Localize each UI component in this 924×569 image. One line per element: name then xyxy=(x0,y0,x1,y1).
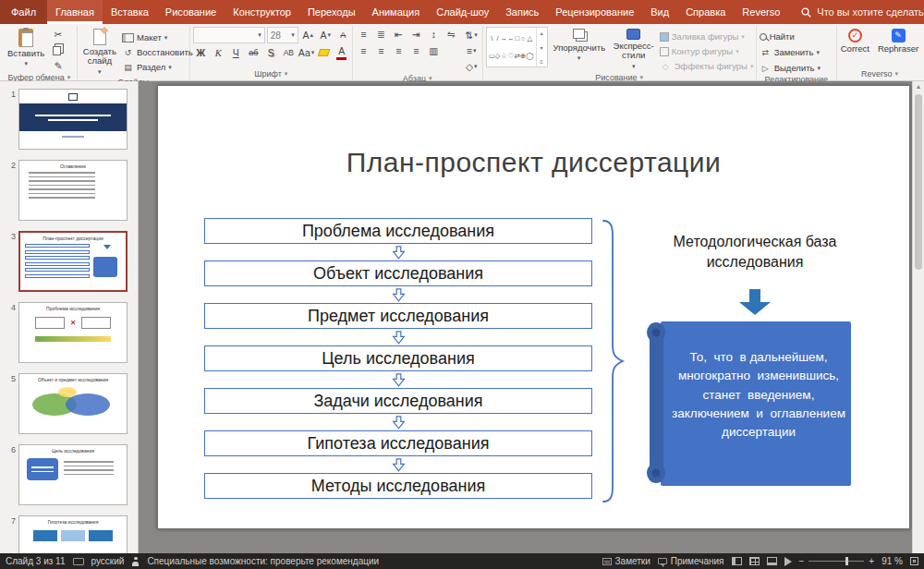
flow-box-goal[interactable]: Цель исследования xyxy=(204,345,592,371)
align-text-button[interactable]: ≡▾ xyxy=(464,43,480,58)
flow-box-object[interactable]: Объект исследования xyxy=(204,260,592,286)
tab-home[interactable]: Главная xyxy=(47,0,103,24)
numbering-button[interactable]: ≣ xyxy=(373,27,389,42)
flow-box-hypothesis[interactable]: Гипотеза исследования xyxy=(204,430,592,456)
font-size-combo[interactable]: 28▾ xyxy=(267,27,298,43)
bullets-button[interactable]: ≡ xyxy=(356,27,371,42)
highlight-color-button[interactable] xyxy=(316,45,332,60)
view-normal-button[interactable] xyxy=(732,557,742,565)
tab-design[interactable]: Конструктор xyxy=(225,0,299,24)
zoom-level[interactable]: 91 % xyxy=(881,556,903,566)
comments-button[interactable]: Примечания xyxy=(658,556,724,566)
underline-button[interactable]: Ч xyxy=(228,45,244,60)
reverso-correct-button[interactable]: ✓ Correct xyxy=(838,27,872,55)
slide-7-preview[interactable]: Гипотеза исследования xyxy=(18,515,128,553)
tab-record[interactable]: Запись xyxy=(497,0,547,24)
paste-button[interactable]: Вставить ▾ xyxy=(5,27,47,69)
increase-font-button[interactable]: А▴ xyxy=(300,28,316,42)
slide-4-preview[interactable]: Проблема исследования ✕ xyxy=(18,302,128,363)
slide-2-preview[interactable]: Оглавление xyxy=(18,160,128,221)
reverso-rephraser-button[interactable]: ✎ Rephraser xyxy=(875,27,921,55)
shape-outline-button[interactable]: Контур фигуры▾ xyxy=(660,44,754,58)
accessibility-icon[interactable] xyxy=(131,557,140,566)
slide-thumbnail-5[interactable]: 5 Объект и предмет исследования xyxy=(4,373,138,434)
section-button[interactable]: ▤Раздел▾ xyxy=(122,60,193,74)
slide-6-preview[interactable]: Цель исследования xyxy=(18,444,128,505)
flow-box-methods[interactable]: Методы исследования xyxy=(204,473,592,499)
slide-thumbnail-6[interactable]: 6 Цель исследования xyxy=(4,444,138,505)
tab-file[interactable]: Файл xyxy=(0,0,47,24)
dialog-launcher-icon[interactable]: ▾ xyxy=(67,74,71,81)
arrange-button[interactable]: Упорядочить ▾ xyxy=(551,27,608,64)
zoom-slider[interactable] xyxy=(808,561,864,562)
tab-draw[interactable]: Рисование xyxy=(157,0,225,24)
align-left-button[interactable]: ≡ xyxy=(356,43,371,58)
slide-5-preview[interactable]: Объект и предмет исследования xyxy=(18,373,128,434)
increase-indent-button[interactable]: ⇥ xyxy=(408,27,424,42)
language-indicator[interactable]: русский xyxy=(91,556,125,566)
quick-styles-button[interactable]: Экспресс-стили ▾ xyxy=(611,27,657,72)
tab-slideshow[interactable]: Слайд-шоу xyxy=(428,0,497,24)
flow-box-problem[interactable]: Проблема исследования xyxy=(204,218,592,244)
format-painter-button[interactable]: ✎ xyxy=(50,58,66,73)
slide-thumbnail-1[interactable]: 1 xyxy=(4,89,138,150)
scroll-up-arrow[interactable]: ▲ xyxy=(913,81,924,90)
slide-canvas[interactable]: План-проспект диссертации Проблема иссле… xyxy=(157,85,910,529)
slide-3-preview-selected[interactable]: План-проспект диссертации xyxy=(18,231,128,292)
slide-thumbnail-3[interactable]: 3 План-проспект диссертации xyxy=(4,231,138,292)
font-name-combo[interactable]: ▾ xyxy=(193,27,265,43)
align-right-button[interactable]: ≡ xyxy=(391,43,407,58)
slide-1-preview[interactable] xyxy=(18,89,128,150)
tab-animations[interactable]: Анимация xyxy=(364,0,429,24)
replace-button[interactable]: ⇄Заменить▾ xyxy=(760,45,820,59)
tell-me-search[interactable]: Что вы хотите сделать? xyxy=(801,0,924,24)
strikethrough-button[interactable]: аб xyxy=(246,45,261,60)
decrease-indent-button[interactable]: ⇤ xyxy=(391,27,407,42)
dialog-launcher-icon[interactable]: ▾ xyxy=(285,70,288,78)
tab-insert[interactable]: Вставка xyxy=(103,0,157,24)
scrollbar-thumb[interactable] xyxy=(915,94,922,270)
zoom-out-button[interactable]: − xyxy=(799,556,805,566)
slide-title[interactable]: План-проспект диссертации xyxy=(158,147,909,178)
shape-effects-button[interactable]: ◇Эффекты фигуры▾ xyxy=(660,59,754,73)
shapes-gallery-scroll[interactable]: ▴▾≡ xyxy=(536,28,547,67)
decrease-font-button[interactable]: А▾ xyxy=(318,28,334,42)
line-spacing-button[interactable]: ↕ xyxy=(426,27,442,42)
font-color-button[interactable]: А xyxy=(334,45,349,60)
new-slide-button[interactable]: Создать слайд ▾ xyxy=(80,27,119,78)
align-center-button[interactable]: ≡ xyxy=(373,43,389,58)
select-button[interactable]: ▷Выделить▾ xyxy=(760,61,821,75)
zoom-slider-thumb[interactable] xyxy=(845,557,848,565)
slide-thumbnail-7[interactable]: 7 Гипотеза исследования xyxy=(4,515,138,553)
columns-button[interactable]: ▥ xyxy=(426,43,442,58)
view-slide-sorter-button[interactable] xyxy=(749,557,760,565)
find-button[interactable]: Найти xyxy=(760,30,795,43)
flow-box-tasks[interactable]: Задачи исследования xyxy=(204,388,592,414)
copy-button[interactable] xyxy=(50,42,66,57)
slide-thumbnail-4[interactable]: 4 Проблема исследования ✕ xyxy=(4,302,138,363)
clear-formatting-button[interactable]: А xyxy=(335,28,351,42)
tab-reverso[interactable]: Reverso xyxy=(734,0,788,24)
keyboard-language-icon[interactable] xyxy=(73,558,84,565)
tab-review[interactable]: Рецензирование xyxy=(547,0,642,24)
text-shadow-button[interactable]: S xyxy=(263,45,279,60)
convert-smartart-button[interactable]: ◇▾ xyxy=(464,59,480,74)
tab-help[interactable]: Справка xyxy=(677,0,734,24)
scroll-text[interactable]: То, что в дальнейшем, многократно измени… xyxy=(670,348,847,442)
dialog-launcher-icon[interactable]: ▾ xyxy=(640,74,644,81)
slide-thumbnail-2[interactable]: 2 Оглавление xyxy=(4,160,138,221)
notes-button[interactable]: Заметки xyxy=(602,556,650,566)
justify-button[interactable]: ≡ xyxy=(408,43,424,58)
reset-button[interactable]: ↺Восстановить xyxy=(122,45,193,59)
italic-button[interactable]: К xyxy=(211,45,226,60)
down-arrow-shape[interactable] xyxy=(739,289,771,319)
curly-brace-shape[interactable] xyxy=(600,217,626,505)
change-case-button[interactable]: Аа▾ xyxy=(298,45,314,60)
fit-slide-to-window-button[interactable] xyxy=(910,557,918,565)
view-reading-button[interactable] xyxy=(767,557,777,565)
shapes-gallery[interactable]: \/→↔□○△ ▭◇☆♡⇄⊕◯ ▴▾≡ xyxy=(486,27,548,67)
dialog-launcher-icon[interactable]: ▾ xyxy=(895,70,899,78)
text-direction-button[interactable]: ⇋ xyxy=(444,27,459,42)
shape-fill-button[interactable]: Заливка фигуры▾ xyxy=(660,30,754,43)
cut-button[interactable]: ✂ xyxy=(50,27,66,42)
